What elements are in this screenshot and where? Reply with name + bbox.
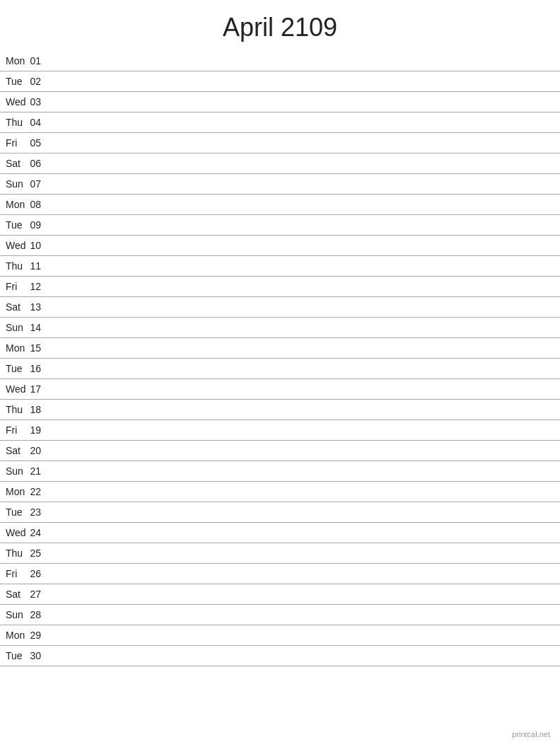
day-content-area[interactable] [52,215,560,236]
day-number: 28 [29,605,52,625]
day-number: 25 [29,543,52,564]
day-number: 11 [29,256,52,277]
day-name: Sat [0,154,29,174]
day-number: 24 [29,523,52,543]
day-number: 27 [29,584,52,605]
day-content-area[interactable] [52,133,560,154]
calendar-table: Mon01Tue02Wed03Thu04Fri05Sat06Sun07Mon08… [0,51,560,666]
calendar-row: Tue16 [0,359,560,379]
day-name: Thu [0,543,29,564]
day-content-area[interactable] [52,502,560,523]
day-content-area[interactable] [52,154,560,174]
calendar-row: Fri26 [0,564,560,584]
day-name: Mon [0,625,29,646]
day-number: 03 [29,92,52,112]
day-content-area[interactable] [52,400,560,420]
day-content-area[interactable] [52,297,560,318]
calendar-row: Sat06 [0,154,560,174]
day-name: Sat [0,297,29,318]
day-name: Tue [0,502,29,523]
day-content-area[interactable] [52,605,560,625]
day-name: Fri [0,564,29,584]
calendar-row: Tue30 [0,646,560,666]
day-content-area[interactable] [52,543,560,564]
day-name: Sun [0,461,29,482]
day-name: Thu [0,400,29,420]
calendar-row: Mon29 [0,625,560,646]
day-content-area[interactable] [52,646,560,666]
day-number: 08 [29,195,52,215]
day-content-area[interactable] [52,584,560,605]
day-name: Tue [0,71,29,92]
day-content-area[interactable] [52,112,560,133]
calendar-row: Sat27 [0,584,560,605]
calendar-row: Tue09 [0,215,560,236]
day-number: 04 [29,112,52,133]
day-name: Tue [0,646,29,666]
day-content-area[interactable] [52,379,560,400]
day-name: Sun [0,605,29,625]
day-content-area[interactable] [52,420,560,441]
day-content-area[interactable] [52,625,560,646]
day-content-area[interactable] [52,523,560,543]
day-name: Wed [0,379,29,400]
day-content-area[interactable] [52,359,560,379]
calendar-row: Sat20 [0,441,560,461]
day-name: Thu [0,112,29,133]
day-name: Sat [0,441,29,461]
day-content-area[interactable] [52,461,560,482]
day-name: Mon [0,482,29,502]
calendar-row: Thu04 [0,112,560,133]
calendar-row: Mon08 [0,195,560,215]
day-name: Wed [0,92,29,112]
calendar-row: Thu25 [0,543,560,564]
day-content-area[interactable] [52,256,560,277]
day-name: Sat [0,584,29,605]
day-content-area[interactable] [52,441,560,461]
calendar-row: Sun07 [0,174,560,195]
day-name: Sun [0,174,29,195]
calendar-row: Wed03 [0,92,560,112]
day-number: 21 [29,461,52,482]
day-content-area[interactable] [52,174,560,195]
day-name: Thu [0,256,29,277]
calendar-row: Fri12 [0,277,560,297]
day-content-area[interactable] [52,51,560,71]
day-content-area[interactable] [52,482,560,502]
day-name: Fri [0,420,29,441]
day-number: 19 [29,420,52,441]
calendar-row: Thu11 [0,256,560,277]
day-content-area[interactable] [52,92,560,112]
day-content-area[interactable] [52,236,560,256]
calendar-row: Thu18 [0,400,560,420]
calendar-row: Sun14 [0,318,560,338]
day-number: 17 [29,379,52,400]
day-number: 14 [29,318,52,338]
day-content-area[interactable] [52,318,560,338]
day-number: 26 [29,564,52,584]
day-name: Tue [0,359,29,379]
day-number: 12 [29,277,52,297]
calendar-row: Tue02 [0,71,560,92]
day-name: Fri [0,133,29,154]
day-number: 01 [29,51,52,71]
day-content-area[interactable] [52,71,560,92]
day-number: 16 [29,359,52,379]
calendar-row: Wed24 [0,523,560,543]
day-name: Sun [0,318,29,338]
day-content-area[interactable] [52,338,560,359]
calendar-row: Wed17 [0,379,560,400]
page-title: April 2109 [0,0,560,51]
day-content-area[interactable] [52,277,560,297]
day-name: Fri [0,277,29,297]
day-content-area[interactable] [52,564,560,584]
day-number: 23 [29,502,52,523]
day-number: 05 [29,133,52,154]
day-number: 07 [29,174,52,195]
day-number: 18 [29,400,52,420]
calendar-row: Sat13 [0,297,560,318]
day-name: Mon [0,195,29,215]
day-content-area[interactable] [52,195,560,215]
day-number: 09 [29,215,52,236]
day-number: 02 [29,71,52,92]
